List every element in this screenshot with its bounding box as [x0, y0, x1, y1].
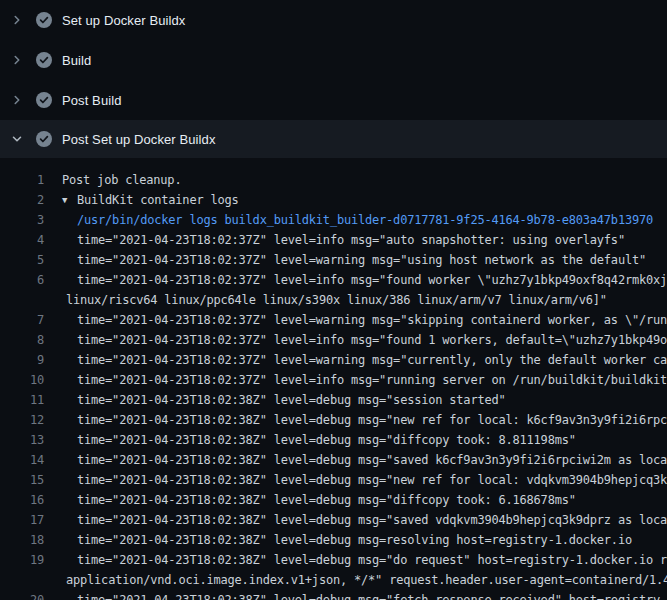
- line-number[interactable]: 14: [0, 450, 44, 470]
- check-circle-icon: [36, 131, 52, 147]
- line-number[interactable]: 17: [0, 510, 44, 530]
- log-text: ▼BuildKit container logs: [62, 190, 239, 210]
- log-line: 12 time="2021-04-23T18:02:38Z" level=deb…: [0, 410, 667, 430]
- log-line: 7 time="2021-04-23T18:02:37Z" level=warn…: [0, 310, 667, 330]
- line-number[interactable]: 8: [0, 330, 44, 350]
- line-number[interactable]: 2: [0, 190, 44, 210]
- workflow-log-viewer: Set up Docker Buildx Build Post Build Po…: [0, 0, 667, 600]
- log-text: time="2021-04-23T18:02:38Z" level=debug …: [77, 410, 667, 430]
- line-number[interactable]: 6: [0, 270, 44, 290]
- line-number[interactable]: 10: [0, 370, 44, 390]
- log-text: time="2021-04-23T18:02:38Z" level=debug …: [77, 510, 667, 530]
- log-text: time="2021-04-23T18:02:38Z" level=debug …: [77, 430, 576, 450]
- log-line: 2 ▼BuildKit container logs: [0, 190, 667, 210]
- log-text: time="2021-04-23T18:02:37Z" level=warnin…: [77, 350, 667, 370]
- step-header-set-up-docker-buildx[interactable]: Set up Docker Buildx: [0, 0, 667, 40]
- group-collapse-toggle[interactable]: ▼: [62, 190, 77, 210]
- step-label: Post Set up Docker Buildx: [62, 132, 216, 147]
- line-number[interactable]: 4: [0, 230, 44, 250]
- step-label: Post Build: [62, 93, 122, 108]
- step-header-post-build[interactable]: Post Build: [0, 80, 667, 120]
- log-line: 4 time="2021-04-23T18:02:37Z" level=info…: [0, 230, 667, 250]
- chevron-down-icon: [10, 132, 24, 146]
- log-line: 6 time="2021-04-23T18:02:37Z" level=info…: [0, 270, 667, 290]
- log-text: time="2021-04-23T18:02:38Z" level=debug …: [77, 590, 667, 600]
- log-line: 19 time="2021-04-23T18:02:38Z" level=deb…: [0, 550, 667, 570]
- log-line: 8 time="2021-04-23T18:02:37Z" level=info…: [0, 330, 667, 350]
- line-number[interactable]: 19: [0, 550, 44, 570]
- log-line: 11 time="2021-04-23T18:02:38Z" level=deb…: [0, 390, 667, 410]
- line-number[interactable]: 3: [0, 210, 44, 230]
- log-line: application/vnd.oci.image.index.v1+json,…: [0, 570, 667, 590]
- log-line: 17 time="2021-04-23T18:02:38Z" level=deb…: [0, 510, 667, 530]
- line-number[interactable]: 16: [0, 490, 44, 510]
- chevron-right-icon: [10, 53, 24, 67]
- log-text: time="2021-04-23T18:02:38Z" level=debug …: [77, 390, 506, 410]
- log-text: time="2021-04-23T18:02:37Z" level=info m…: [77, 330, 667, 350]
- command-text: /usr/bin/docker logs buildx_buildkit_bui…: [77, 210, 653, 230]
- check-circle-icon: [36, 12, 52, 28]
- log-text: time="2021-04-23T18:02:38Z" level=debug …: [77, 550, 667, 570]
- log-text: linux/riscv64 linux/ppc64le linux/s390x …: [66, 290, 607, 310]
- line-number[interactable]: 15: [0, 470, 44, 490]
- log-line: 16 time="2021-04-23T18:02:38Z" level=deb…: [0, 490, 667, 510]
- log-line: 1 Post job cleanup.: [0, 170, 667, 190]
- log-line: 9 time="2021-04-23T18:02:37Z" level=warn…: [0, 350, 667, 370]
- log-text: time="2021-04-23T18:02:37Z" level=info m…: [77, 370, 667, 390]
- chevron-right-icon: [10, 13, 24, 27]
- log-text: time="2021-04-23T18:02:38Z" level=debug …: [77, 470, 667, 490]
- step-label: Set up Docker Buildx: [62, 13, 185, 28]
- log-text: time="2021-04-23T18:02:37Z" level=warnin…: [77, 310, 667, 330]
- log-line: 5 time="2021-04-23T18:02:37Z" level=warn…: [0, 250, 667, 270]
- log-text: time="2021-04-23T18:02:37Z" level=warnin…: [77, 250, 646, 270]
- line-number[interactable]: 9: [0, 350, 44, 370]
- line-number[interactable]: 1: [0, 170, 44, 190]
- check-circle-icon: [36, 92, 52, 108]
- line-number[interactable]: 20: [0, 590, 44, 600]
- log-text: application/vnd.oci.image.index.v1+json,…: [66, 570, 667, 590]
- line-number[interactable]: 11: [0, 390, 44, 410]
- log-line: 15 time="2021-04-23T18:02:38Z" level=deb…: [0, 470, 667, 490]
- log-line: 3 /usr/bin/docker logs buildx_buildkit_b…: [0, 210, 667, 230]
- line-number[interactable]: 13: [0, 430, 44, 450]
- log-text: time="2021-04-23T18:02:38Z" level=debug …: [77, 530, 632, 550]
- log-line: 14 time="2021-04-23T18:02:38Z" level=deb…: [0, 450, 667, 470]
- log-text: time="2021-04-23T18:02:37Z" level=info m…: [77, 230, 625, 250]
- log-line: 13 time="2021-04-23T18:02:38Z" level=deb…: [0, 430, 667, 450]
- step-header-post-set-up-docker-buildx[interactable]: Post Set up Docker Buildx: [0, 120, 667, 158]
- log-text: Post job cleanup.: [62, 170, 181, 190]
- line-number[interactable]: 12: [0, 410, 44, 430]
- log-line: 20 time="2021-04-23T18:02:38Z" level=deb…: [0, 590, 667, 600]
- log-text: time="2021-04-23T18:02:37Z" level=info m…: [77, 270, 667, 290]
- log-text: time="2021-04-23T18:02:38Z" level=debug …: [77, 450, 667, 470]
- step-label: Build: [62, 53, 91, 68]
- log-lines: 1 Post job cleanup. 2 ▼BuildKit containe…: [0, 158, 667, 600]
- log-line: 18 time="2021-04-23T18:02:38Z" level=deb…: [0, 530, 667, 550]
- line-number[interactable]: 18: [0, 530, 44, 550]
- log-line: 10 time="2021-04-23T18:02:37Z" level=inf…: [0, 370, 667, 390]
- line-number[interactable]: 7: [0, 310, 44, 330]
- log-line: linux/riscv64 linux/ppc64le linux/s390x …: [0, 290, 667, 310]
- step-header-build[interactable]: Build: [0, 40, 667, 80]
- chevron-right-icon: [10, 93, 24, 107]
- log-text: time="2021-04-23T18:02:38Z" level=debug …: [77, 490, 576, 510]
- check-circle-icon: [36, 52, 52, 68]
- line-number[interactable]: 5: [0, 250, 44, 270]
